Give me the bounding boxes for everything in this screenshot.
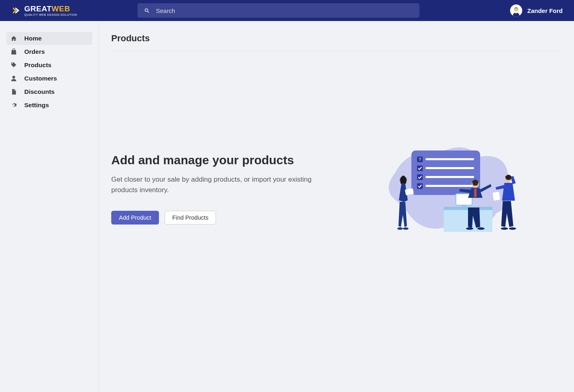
sidebar-item-label: Home — [24, 35, 42, 42]
add-product-button[interactable]: Add Product — [111, 211, 159, 225]
sidebar-item-home[interactable]: Home — [6, 32, 92, 45]
svg-text:?: ? — [419, 157, 421, 162]
bag-icon — [11, 49, 17, 55]
svg-rect-8 — [426, 176, 474, 178]
user-menu[interactable]: Zander Ford — [510, 4, 563, 17]
gear-icon — [11, 102, 17, 108]
sidebar-item-orders[interactable]: Orders — [6, 45, 92, 58]
svg-rect-15 — [459, 208, 469, 209]
logo-name: GREATWEB — [24, 5, 77, 13]
svg-rect-21 — [474, 189, 477, 197]
logo[interactable]: GREATWEB QUALITY WEB DESIGN SOLUTION — [11, 5, 77, 16]
search-input[interactable] — [156, 7, 413, 14]
sidebar-item-label: Orders — [24, 48, 45, 55]
avatar — [510, 4, 522, 17]
sidebar-item-settings[interactable]: Settings — [6, 99, 92, 112]
svg-point-26 — [501, 227, 508, 230]
divider — [111, 51, 558, 51]
svg-rect-9 — [417, 183, 423, 189]
page-title: Products — [111, 33, 558, 44]
main-content: Products Add and manage your products Ge… — [99, 21, 574, 392]
illustration: ? — [342, 132, 558, 246]
logo-tagline: QUALITY WEB DESIGN SOLUTION — [24, 13, 77, 16]
svg-rect-14 — [462, 205, 466, 208]
svg-point-19 — [403, 227, 409, 230]
search-icon — [144, 8, 150, 14]
sidebar-item-label: Products — [24, 61, 51, 69]
sidebar-item-label: Customers — [24, 75, 57, 82]
svg-rect-5 — [417, 165, 423, 171]
header: GREATWEB QUALITY WEB DESIGN SOLUTION Zan… — [0, 0, 574, 21]
user-icon — [11, 75, 17, 82]
sidebar-item-label: Settings — [24, 102, 49, 109]
svg-rect-7 — [417, 174, 423, 180]
sidebar-item-label: Discounts — [24, 88, 55, 95]
svg-rect-10 — [426, 185, 474, 187]
svg-rect-4 — [426, 158, 474, 160]
svg-rect-25 — [493, 192, 500, 201]
svg-rect-6 — [426, 167, 474, 169]
find-products-button[interactable]: Find Products — [165, 211, 216, 225]
svg-point-22 — [466, 227, 473, 230]
svg-point-18 — [397, 227, 403, 230]
logo-arrow-icon — [11, 6, 21, 15]
tag-icon — [11, 62, 17, 68]
content-description: Get closer to your sale by adding produc… — [111, 174, 322, 196]
home-icon — [11, 35, 17, 42]
svg-point-27 — [509, 227, 516, 230]
svg-point-23 — [477, 227, 485, 230]
sidebar-item-discounts[interactable]: Discounts — [6, 85, 92, 98]
sidebar: Home Orders Products Customers Discounts… — [0, 21, 99, 392]
sidebar-item-products[interactable]: Products — [6, 59, 92, 72]
sidebar-item-customers[interactable]: Customers — [6, 72, 92, 85]
content-heading: Add and manage your products — [111, 153, 322, 167]
file-icon — [11, 89, 17, 95]
user-name: Zander Ford — [527, 7, 563, 14]
search-box[interactable] — [138, 3, 419, 18]
